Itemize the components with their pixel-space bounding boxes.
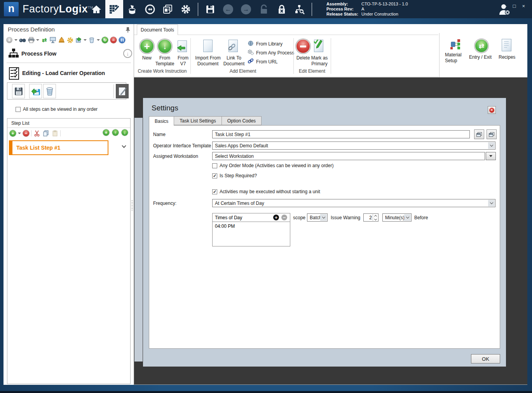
expand-down-icon[interactable]: ↓: [123, 49, 132, 58]
without-unit-checkbox[interactable]: ✓: [212, 189, 217, 194]
step-list-item[interactable]: Task List Step #1: [9, 140, 108, 155]
save-as-button[interactable]: [29, 84, 42, 98]
recipes-label[interactable]: Recipes: [499, 54, 518, 60]
back-icon[interactable]: ←: [219, 0, 237, 18]
link-to-document-icon[interactable]: [228, 40, 238, 52]
step-item-chevron-icon[interactable]: [122, 143, 126, 148]
mark-as-primary-label[interactable]: Mark as Primary: [308, 55, 331, 67]
remove-time-button[interactable]: −: [281, 215, 287, 220]
export-dropdown-icon[interactable]: [84, 39, 87, 41]
time-item[interactable]: 04:00 PM: [213, 222, 290, 231]
unlock-icon[interactable]: [255, 0, 273, 18]
copy-settings-button[interactable]: [474, 129, 484, 139]
from-url-item[interactable]: From URL: [248, 58, 277, 65]
spinner-arrows[interactable]: [373, 214, 378, 221]
from-library-item[interactable]: From Library: [248, 40, 283, 47]
pin-icon[interactable]: [125, 27, 131, 35]
add-dropdown-icon[interactable]: [14, 39, 17, 41]
process-definition-module-icon[interactable]: [105, 0, 123, 18]
material-setup-label[interactable]: Material Setup: [445, 52, 466, 64]
is-step-required-checkbox[interactable]: ✓: [212, 173, 217, 178]
home-icon[interactable]: [87, 0, 105, 18]
refresh-icon[interactable]: ↻: [102, 37, 108, 43]
all-steps-any-order-checkbox[interactable]: [16, 107, 21, 112]
assigned-workstation-input[interactable]: Select Workstation: [212, 152, 485, 160]
entry-exit-button[interactable]: ⇄: [475, 40, 488, 52]
from-template-button[interactable]: ↓: [158, 40, 171, 53]
copy-icon[interactable]: [42, 130, 49, 137]
panel-splitter[interactable]: [131, 201, 133, 211]
add-step-dropdown-icon[interactable]: [18, 133, 21, 134]
from-v7-label[interactable]: From V7: [174, 55, 192, 67]
tab-option-codes[interactable]: Option Codes: [222, 116, 262, 125]
import-from-document-icon[interactable]: [203, 40, 213, 52]
warning-value-spinner[interactable]: 2: [363, 213, 379, 222]
delete-element-button[interactable]: [297, 40, 310, 53]
zoom-step-icon[interactable]: +: [103, 129, 109, 136]
stop-icon[interactable]: −: [110, 37, 117, 43]
trash-dropdown-icon[interactable]: [97, 39, 100, 41]
from-template-label[interactable]: From Template: [153, 55, 176, 67]
cut-icon[interactable]: [33, 130, 40, 137]
print-dropdown-icon[interactable]: [36, 39, 39, 41]
link-to-document-label[interactable]: Link To Document: [222, 55, 246, 67]
forward-icon[interactable]: →: [237, 0, 255, 18]
new-instruction-button[interactable]: +: [140, 40, 153, 53]
documents-module-icon[interactable]: [159, 0, 177, 18]
lock-cancel-icon[interactable]: [273, 0, 291, 18]
name-input[interactable]: Task List Step #1: [212, 130, 470, 138]
material-setup-icon[interactable]: [450, 38, 461, 52]
process-search-icon[interactable]: [291, 0, 309, 18]
settings-module-icon[interactable]: [177, 0, 195, 18]
tab-basics[interactable]: Basics: [149, 116, 174, 126]
trash-icon[interactable]: [88, 37, 95, 44]
remove-step-icon[interactable]: −: [23, 130, 29, 136]
delete-process-button[interactable]: [43, 84, 56, 98]
maximize-button[interactable]: □: [513, 3, 516, 9]
presentation-icon[interactable]: [49, 37, 56, 44]
materials-module-icon[interactable]: [123, 0, 141, 18]
import-from-document-label[interactable]: Import From Document: [192, 55, 223, 67]
scope-select[interactable]: Batch: [307, 213, 328, 222]
gold-gear-icon[interactable]: [66, 37, 73, 44]
ok-button[interactable]: OK: [471, 354, 500, 363]
any-order-mode-checkbox[interactable]: [212, 163, 217, 168]
warning-unit-select[interactable]: Minute(s): [382, 213, 412, 222]
from-any-process-item[interactable]: From Any Process: [248, 49, 294, 56]
entry-exit-label[interactable]: Entry / Exit: [469, 54, 496, 60]
collapsed-panel-strip[interactable]: [134, 118, 143, 362]
recipes-icon[interactable]: [502, 39, 511, 51]
frequency-select[interactable]: At Certain Times of Day: [212, 199, 495, 207]
minimize-button[interactable]: –: [504, 3, 506, 9]
move-step-down-icon[interactable]: ↓: [122, 129, 128, 136]
exchange-icon[interactable]: ⇄: [41, 37, 48, 44]
pause-icon[interactable]: [119, 37, 125, 43]
save-process-button[interactable]: [12, 84, 25, 98]
add-step-icon[interactable]: +: [10, 130, 16, 136]
close-button[interactable]: ×: [522, 3, 525, 9]
transfer-module-icon[interactable]: [141, 0, 159, 18]
from-v7-icon[interactable]: [178, 40, 187, 52]
globe-icon: [248, 40, 254, 47]
paste-icon[interactable]: [51, 130, 58, 137]
print-icon[interactable]: [28, 37, 35, 44]
paste-settings-button[interactable]: [487, 129, 497, 139]
find-icon[interactable]: [19, 37, 26, 44]
divider: [113, 84, 114, 98]
edit-mode-button[interactable]: [116, 84, 129, 98]
bell-icon[interactable]: [58, 37, 65, 44]
export-icon[interactable]: [75, 37, 82, 44]
assigned-workstation-dropdown-button[interactable]: [486, 152, 496, 160]
add-time-button[interactable]: +: [273, 215, 279, 220]
operator-interface-template-select[interactable]: Sales Apps Demo Default: [212, 141, 495, 150]
tab-document-tools[interactable]: Document Tools: [137, 24, 178, 35]
add-icon[interactable]: +: [6, 37, 12, 43]
dialog-close-button[interactable]: ×: [488, 106, 496, 114]
move-step-up-icon[interactable]: ↑: [112, 129, 119, 136]
times-of-day-list[interactable]: 04:00 PM: [212, 222, 290, 246]
tab-task-list-settings[interactable]: Task List Settings: [174, 116, 222, 125]
save-icon[interactable]: [201, 0, 219, 18]
mark-as-primary-icon[interactable]: [314, 40, 323, 52]
before-label: Before: [414, 215, 428, 220]
step-list-title: Step List: [11, 121, 30, 126]
